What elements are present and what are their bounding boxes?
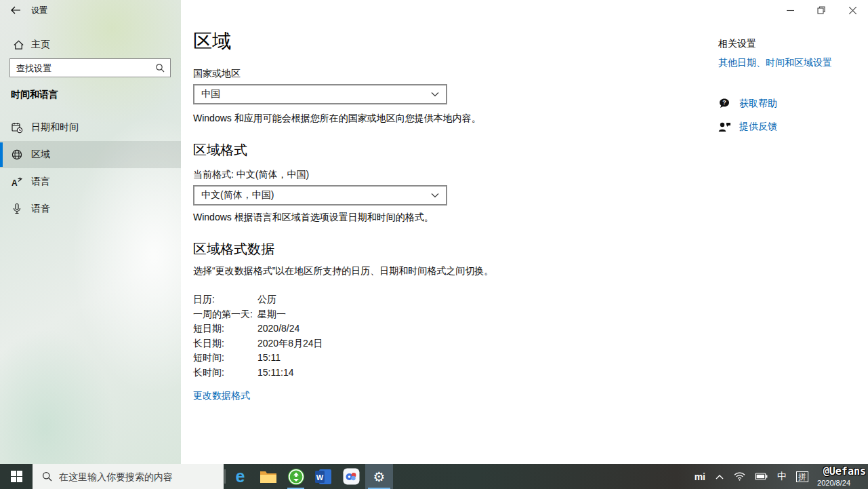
taskbar-spacer [393, 464, 695, 489]
row-label: 日历: [193, 292, 257, 307]
current-format-label: 当前格式: 中文(简体，中国) [193, 169, 868, 181]
battery-icon[interactable] [755, 473, 768, 480]
windows-logo-icon [11, 471, 22, 482]
input-language-indicator[interactable]: 中 [777, 471, 787, 483]
chevron-down-icon [431, 92, 439, 97]
svg-text:W: W [316, 473, 324, 482]
related-settings-panel: 相关设置 其他日期、时间和区域设置 ? 获取帮助 提供反馈 [718, 38, 868, 133]
sidebar-item-label: 语言 [31, 176, 50, 188]
close-button[interactable] [837, 0, 868, 20]
format-data-table: 日历:公历 一周的第一天:星期一 短日期:2020/8/24 长日期:2020年… [193, 292, 868, 380]
window-title: 设置 [31, 5, 47, 16]
taskbar-date: 2020/8/24 [817, 479, 850, 487]
screen: 设置 主页 时间和语言 日期和 [0, 0, 868, 489]
sidebar-item-label: 语音 [31, 203, 50, 215]
sidebar-item-speech[interactable]: 语音 [0, 195, 181, 222]
sidebar: 设置 主页 时间和语言 日期和 [0, 0, 181, 464]
hidden-icons-chevron[interactable] [715, 473, 724, 480]
feedback-row[interactable]: 提供反馈 [718, 121, 868, 133]
svg-text:?: ? [722, 99, 726, 106]
sidebar-item-language[interactable]: A 语言 [0, 168, 181, 195]
settings-search-box[interactable] [9, 58, 171, 77]
system-tray: mi 中 拼 [695, 464, 815, 489]
microphone-icon [11, 203, 23, 215]
taskbar-file-explorer-button[interactable] [254, 464, 282, 489]
search-icon [42, 471, 52, 482]
row-value: 15:11 [257, 351, 281, 366]
start-button[interactable] [0, 464, 33, 489]
country-dropdown[interactable]: 中国 [193, 84, 447, 104]
format-data-heading: 区域格式数据 [193, 240, 868, 258]
language-icon: A [11, 176, 23, 188]
send-feedback-link[interactable]: 提供反馈 [739, 121, 777, 133]
sidebar-item-label: 区域 [31, 149, 50, 161]
taskbar-green-updown-app-button[interactable] [282, 464, 310, 489]
restore-button[interactable] [806, 0, 837, 20]
feedback-person-icon [718, 121, 731, 133]
country-dropdown-value: 中国 [201, 88, 431, 100]
word-icon: W [315, 469, 332, 485]
format-description: Windows 根据语言和区域首选项设置日期和时间的格式。 [193, 212, 868, 224]
taskbar-search-input[interactable] [59, 471, 224, 482]
mi-tray-icon[interactable]: mi [695, 471, 705, 482]
row-value: 15:11:14 [257, 366, 293, 380]
taskbar-divider [224, 469, 226, 484]
settings-window: 设置 主页 时间和语言 日期和 [0, 0, 868, 464]
format-dropdown-value: 中文(简体，中国) [201, 189, 431, 201]
format-dropdown[interactable]: 中文(简体，中国) [193, 185, 447, 206]
sidebar-nav: 日期和时间 区域 A 语言 [0, 114, 181, 222]
pinyin-ime-icon[interactable]: 拼 [796, 471, 808, 482]
other-datetime-region-settings-link[interactable]: 其他日期、时间和区域设置 [718, 56, 868, 69]
taskbar-settings-button[interactable]: ⚙ [365, 464, 393, 489]
sidebar-item-region[interactable]: 区域 [0, 141, 181, 168]
sidebar-item-label: 日期和时间 [31, 121, 79, 134]
taskbar-search-box[interactable] [33, 464, 224, 489]
wifi-icon[interactable] [734, 472, 745, 481]
format-data-description: 选择“更改数据格式”以在地区所支持的日历、日期和时间格式之间切换。 [193, 265, 868, 277]
search-icon [155, 63, 165, 73]
get-help-link[interactable]: 获取帮助 [739, 98, 777, 110]
table-row: 长时间:15:11:14 [193, 366, 868, 380]
table-row: 日历:公历 [193, 292, 868, 307]
green-arrows-app-icon [287, 468, 305, 486]
row-value: 2020年8月24日 [257, 336, 323, 351]
chevron-down-icon [431, 193, 439, 198]
settings-search-input[interactable] [10, 63, 155, 73]
back-button[interactable] [5, 2, 26, 18]
get-help-row[interactable]: ? 获取帮助 [718, 98, 868, 110]
taskbar-word-button[interactable]: W [310, 464, 337, 489]
table-row: 短时间:15:11 [193, 351, 868, 366]
taskbar-netdisk-button[interactable] [337, 464, 365, 489]
minimize-button[interactable] [774, 0, 806, 20]
sidebar-section-header: 时间和语言 [11, 89, 58, 101]
back-arrow-icon [10, 6, 21, 14]
row-value: 2020/8/24 [257, 321, 299, 336]
sidebar-item-home[interactable]: 主页 [0, 33, 181, 57]
taskbar-clock[interactable]: 2020/8/24 [815, 464, 860, 489]
row-label: 短日期: [193, 321, 257, 336]
row-label: 长时间: [193, 366, 257, 380]
row-label: 一周的第一天: [193, 307, 257, 322]
calendar-clock-icon [11, 121, 23, 134]
row-value: 星期一 [257, 307, 286, 322]
window-controls [774, 0, 868, 20]
home-icon [12, 39, 24, 51]
taskbar: e W [0, 464, 868, 489]
row-label: 短时间: [193, 351, 257, 366]
row-label: 长日期: [193, 336, 257, 351]
netdisk-icon [343, 468, 360, 485]
table-row: 短日期:2020/8/24 [193, 321, 868, 336]
table-row: 一周的第一天:星期一 [193, 307, 868, 322]
taskbar-edge-button[interactable]: e [226, 464, 254, 489]
sidebar-item-date-time[interactable]: 日期和时间 [0, 114, 181, 141]
related-settings-heading: 相关设置 [718, 38, 868, 50]
sidebar-home-label: 主页 [31, 39, 50, 51]
change-data-format-link[interactable]: 更改数据格式 [193, 390, 250, 402]
region-format-heading: 区域格式 [193, 141, 868, 159]
globe-icon [11, 149, 23, 161]
gear-icon: ⚙ [373, 470, 386, 484]
help-chat-icon: ? [718, 98, 731, 110]
table-row: 长日期:2020年8月24日 [193, 336, 868, 351]
row-value: 公历 [257, 292, 276, 307]
edge-icon: e [236, 468, 245, 485]
